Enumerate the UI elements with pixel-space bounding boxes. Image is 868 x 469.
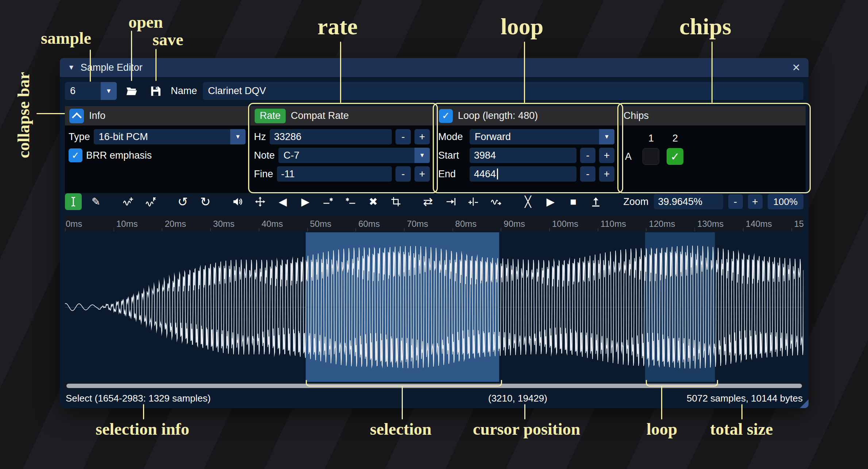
chips-panel-title: Chips: [624, 110, 649, 121]
note-dropdown[interactable]: C-7 ▼: [278, 148, 430, 163]
type-dropdown[interactable]: 16-bit PCM ▼: [94, 129, 246, 144]
resize-grip[interactable]: [800, 399, 809, 408]
normalize-button[interactable]: [252, 193, 269, 210]
loop-end-value: 4464: [474, 168, 496, 180]
stop-button[interactable]: ■: [565, 193, 582, 210]
ruler-tick: [307, 228, 308, 231]
time-ruler[interactable]: 0ms10ms20ms30ms40ms50ms60ms70ms80ms90ms1…: [65, 216, 803, 231]
annotation-collapse-bar: collapse bar: [14, 66, 33, 164]
loop-mode-dropdown[interactable]: Forward ▼: [470, 129, 614, 144]
pencil-icon: ✎: [92, 195, 100, 208]
delete-icon: ✖: [369, 195, 378, 208]
redo-button[interactable]: ↻: [197, 193, 214, 210]
ruler-label: 0ms: [66, 219, 82, 229]
upload-button[interactable]: [587, 193, 604, 210]
fade-in-button[interactable]: ◀: [274, 193, 291, 210]
annotation-line-collapse-bar: [36, 113, 65, 114]
loop-start-input[interactable]: 3984: [470, 148, 576, 163]
ruler-tick: [549, 228, 550, 231]
apply-silence-button[interactable]: [342, 193, 359, 210]
loop-end-input[interactable]: 4464: [470, 166, 576, 182]
fade-in-icon: ◀: [279, 195, 287, 208]
open-button[interactable]: [123, 82, 141, 100]
waveform-view[interactable]: [65, 232, 803, 382]
fade-out-button[interactable]: ▶: [297, 193, 314, 210]
window-collapse-icon[interactable]: ▼: [68, 63, 75, 71]
preview-button[interactable]: ▶: [542, 193, 559, 210]
check-icon: ✓: [670, 150, 679, 163]
fine-minus-button[interactable]: -: [396, 166, 411, 182]
loop-enable-checkbox[interactable]: ✓: [439, 109, 453, 123]
resample-button[interactable]: [142, 193, 159, 210]
delete-button[interactable]: ✖: [365, 193, 382, 210]
chip-2-checkbox[interactable]: ✓: [667, 148, 683, 165]
undo-button[interactable]: ↺: [174, 193, 191, 210]
ruler-tick: [210, 228, 211, 231]
resize-button[interactable]: [120, 193, 136, 210]
rate-button[interactable]: Rate: [255, 109, 286, 123]
window-titlebar[interactable]: ▼ Sample Editor ✕: [60, 58, 809, 77]
hz-value: 33286: [274, 131, 301, 143]
chips-panel: Chips 1 2 A ✓: [619, 106, 806, 193]
fine-plus-button[interactable]: +: [414, 166, 430, 182]
text-cursor: [497, 168, 498, 179]
chip-1-checkbox[interactable]: [643, 148, 659, 165]
annotation-line-chips: [711, 42, 713, 103]
brr-emphasis-checkbox[interactable]: ✓: [69, 148, 82, 162]
fade-out-icon: ▶: [301, 195, 309, 208]
amplify-button[interactable]: [229, 193, 246, 210]
crossfade-button[interactable]: ╳: [520, 193, 536, 210]
rate-panel-title: Compat Rate: [291, 110, 349, 121]
waveform-canvas[interactable]: [65, 232, 803, 382]
collapse-bar-button[interactable]: [69, 109, 84, 123]
hz-plus-button[interactable]: +: [414, 129, 430, 144]
filter-button[interactable]: [487, 193, 504, 210]
name-input[interactable]: Clarinet DQV: [203, 82, 803, 100]
chip-row-a: A: [625, 151, 643, 162]
loop-end-minus-button[interactable]: -: [580, 166, 595, 182]
loop-panel-title: Loop (length: 480): [458, 110, 538, 121]
zoom-input[interactable]: 39.9645%: [654, 194, 723, 209]
select-tool-button[interactable]: [65, 193, 82, 210]
reverse-icon: ⇄: [423, 195, 433, 209]
zoom-reset-button[interactable]: 100%: [768, 194, 804, 209]
invert-button[interactable]: [442, 193, 459, 210]
ruler-label: 120ms: [649, 219, 675, 229]
note-value: C-7: [278, 148, 414, 163]
loop-end-plus-button[interactable]: +: [599, 166, 614, 182]
annotation-cursor-position: cursor position: [473, 419, 580, 439]
chevron-down-icon: ▼: [101, 82, 117, 100]
hz-minus-button[interactable]: -: [396, 129, 411, 144]
ruler-label: 80ms: [455, 219, 477, 229]
chevron-up-icon: [72, 112, 82, 122]
annotation-sample: sample: [41, 28, 91, 48]
loop-panel: ✓ Loop (length: 480) Mode Forward ▼ Star…: [435, 106, 618, 193]
zoom-in-button[interactable]: +: [748, 194, 763, 209]
close-icon[interactable]: ✕: [792, 62, 801, 74]
ruler-label: 110ms: [601, 219, 626, 229]
annotation-line-rate: [340, 42, 341, 103]
sample-editor-window: ▼ Sample Editor ✕ 6 ▼: [60, 58, 809, 408]
reverse-button[interactable]: ⇄: [420, 193, 436, 210]
filter-wave-icon: [490, 196, 501, 207]
hz-input[interactable]: 33286: [270, 129, 392, 144]
loop-start-plus-button[interactable]: +: [599, 148, 614, 163]
ruler-tick: [743, 228, 744, 231]
insert-silence-button[interactable]: [320, 193, 336, 210]
ruler-label: 60ms: [358, 219, 380, 229]
draw-tool-button[interactable]: ✎: [88, 193, 104, 210]
save-button[interactable]: [147, 82, 165, 100]
loop-start-minus-button[interactable]: -: [580, 148, 595, 163]
ruler-tick: [113, 228, 114, 231]
fine-input[interactable]: -11: [277, 166, 392, 182]
check-icon: ✓: [442, 110, 450, 121]
rate-panel: Rate Compat Rate Hz 33286 - + Note C-7: [250, 106, 433, 193]
trim-button[interactable]: [387, 193, 404, 210]
sign-button[interactable]: [465, 193, 482, 210]
ibeam-cursor-icon: [68, 196, 79, 207]
page-background: sample open save rate loop chips collaps…: [0, 0, 868, 469]
sample-number-dropdown[interactable]: 6 ▼: [65, 82, 117, 100]
ruler-label: 20ms: [165, 219, 186, 229]
zoom-out-button[interactable]: -: [728, 194, 743, 209]
ruler-label: 140ms: [746, 219, 772, 229]
